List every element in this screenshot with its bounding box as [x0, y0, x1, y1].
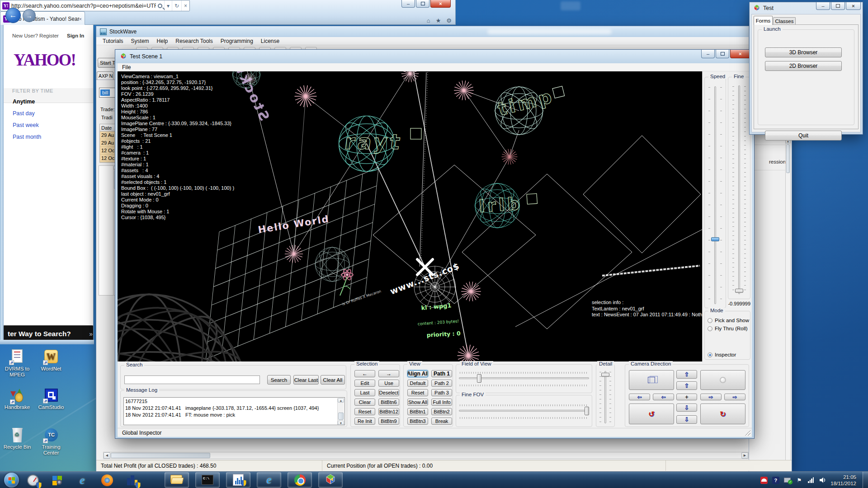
stockwave-titlebar[interactable]: StockWave — [96, 26, 792, 37]
sign-in-link[interactable]: Sign In — [67, 33, 84, 38]
selection-button[interactable]: ← — [354, 370, 375, 377]
register-link[interactable]: New User? Register — [12, 33, 59, 38]
selection-button[interactable]: Deselect — [378, 389, 399, 396]
selection-button[interactable]: Use — [378, 380, 399, 387]
scene-titlebar[interactable]: Test Scene 1 — [115, 50, 754, 63]
taskbar-3d-app[interactable] — [318, 472, 343, 488]
chevron-down-icon[interactable]: ▾ — [164, 0, 172, 11]
yahoo-logo[interactable]: YAHOO! — [14, 50, 75, 70]
radio-icon[interactable] — [708, 318, 712, 323]
global-inspector-bar[interactable]: Global Inspector — [118, 428, 752, 437]
avira-tray-icon[interactable] — [760, 476, 768, 484]
taskbar-cmd[interactable]: C:\ — [195, 472, 220, 488]
taskbar-firefox[interactable] — [100, 474, 114, 487]
desktop-icon-wordnet[interactable]: W↗ WordNet — [34, 349, 68, 372]
selection-button[interactable]: Clear — [354, 399, 375, 406]
desktop-icon-recycle-bin[interactable]: Recycle Bin — [0, 427, 34, 450]
camera-right-button[interactable]: ⇨ — [700, 394, 722, 400]
camera-right-fast-button[interactable]: ⇨ — [724, 394, 745, 400]
favorites-star-icon[interactable]: ★ — [436, 17, 441, 24]
view-button[interactable]: Default — [407, 380, 428, 387]
camera-rotate-ccw-button[interactable]: ↺ — [629, 404, 674, 424]
time-filter-link[interactable]: Past day — [13, 110, 41, 117]
camera-rotate-cw-button[interactable]: ↻ — [700, 404, 745, 424]
camera-left-fast-button[interactable]: ⇦ — [629, 394, 650, 400]
stop-icon[interactable]: × — [181, 0, 189, 11]
search-input[interactable] — [124, 375, 260, 384]
quit-button[interactable]: Quit — [765, 131, 842, 141]
scrollbar-thumb[interactable] — [786, 144, 790, 173]
close-button[interactable]: × — [846, 2, 861, 10]
menu-item[interactable]: System — [131, 38, 149, 44]
view-button[interactable]: BitBtn1 — [407, 408, 428, 415]
tab-classes[interactable]: Classes — [773, 17, 796, 25]
url-text[interactable]: http://search.yahoo.com/search?p=ceo+nep… — [11, 3, 156, 9]
menu-item[interactable]: Tutorials — [103, 38, 123, 44]
maximize-button[interactable] — [831, 2, 845, 10]
selection-button[interactable]: Reset — [354, 408, 375, 415]
selection-button[interactable]: BitBtn12 — [378, 408, 399, 415]
minimize-button[interactable]: – — [401, 0, 415, 8]
menu-item[interactable]: Programming — [221, 38, 253, 44]
maximize-button[interactable] — [416, 0, 429, 8]
scrollbar-thumb[interactable] — [338, 413, 344, 420]
refresh-icon[interactable]: ↻ — [172, 0, 181, 11]
fine-fov-slider-track[interactable] — [459, 410, 589, 412]
camera-center-move-button[interactable]: + — [676, 394, 697, 400]
minimize-button[interactable]: – — [701, 50, 715, 58]
view-button[interactable]: Break — [431, 418, 452, 425]
view-button[interactable]: Path 3 — [431, 389, 452, 396]
tab-forms[interactable]: Forms — [754, 16, 773, 25]
detail-slider-thumb[interactable] — [601, 373, 609, 377]
scrollbar-thumb[interactable] — [111, 453, 210, 458]
desktop-icon-handbrake[interactable]: ↗ Handbrake — [0, 388, 34, 410]
start-trading-button[interactable]: Start T — [98, 58, 117, 68]
speed-slider-track[interactable] — [714, 86, 716, 304]
menu-item[interactable]: Help — [157, 38, 168, 44]
menu-item[interactable]: License — [261, 38, 279, 44]
selection-button[interactable]: Edit — [354, 380, 375, 387]
taskbar-ie[interactable]: e — [75, 474, 89, 487]
viewport-3d[interactable]: rayt timp lrlb StockW Hello World www...… — [118, 71, 702, 361]
camera-up-button[interactable]: ⇧ — [676, 381, 697, 390]
view-button[interactable]: Reset — [407, 389, 428, 396]
time-filter-link[interactable]: Past week — [13, 122, 41, 128]
fine-slider-thumb[interactable] — [735, 289, 743, 293]
clear-last-button[interactable]: Clear Last — [293, 375, 319, 385]
help-tray-icon[interactable]: ? — [772, 476, 779, 484]
camera-left-button[interactable]: ⇦ — [653, 394, 674, 400]
mode-inspector[interactable]: Inspector — [708, 352, 736, 357]
desktop-icon-training-center[interactable]: TC↗ Training Center — [34, 427, 68, 456]
radio-icon[interactable] — [708, 326, 712, 331]
taskbar-stockwave[interactable] — [226, 472, 250, 488]
log-scrollbar[interactable]: ▲ ▼ — [337, 398, 344, 425]
desktop-icon-camstudio[interactable]: ↗ CamStudio — [34, 388, 68, 410]
taskbar-chrome[interactable] — [288, 472, 312, 488]
desktop-icon-dvrms[interactable]: ↗ DVRMS to MPEG — [0, 349, 34, 378]
time-filter-link[interactable]: Past month — [13, 134, 41, 140]
taskbar-ie-window[interactable]: e — [257, 472, 281, 488]
detail-slider-track[interactable] — [604, 371, 606, 423]
close-button[interactable]: × — [430, 0, 451, 8]
view-button[interactable]: BitBtn2 — [431, 408, 452, 415]
network-signal-icon[interactable] — [807, 476, 815, 484]
selection-button[interactable]: BitBtn9 — [378, 418, 399, 425]
home-icon[interactable]: ⌂ — [427, 17, 430, 24]
start-button[interactable] — [4, 473, 19, 488]
fine-fov-slider-thumb[interactable] — [585, 407, 589, 415]
mode-fly-thru[interactable]: Fly Thru (Roll) — [708, 326, 748, 331]
message-log[interactable]: 16777215 18 Nov 2012 21:07:41.41imagepla… — [123, 397, 345, 425]
selection-button[interactable]: BitBtn6 — [378, 399, 399, 406]
menu-item[interactable]: Research Tools — [175, 38, 213, 44]
view-button[interactable]: Path 1 — [431, 370, 452, 377]
view-button[interactable]: Align All — [407, 370, 428, 377]
tray-clock[interactable]: 21:05 18/11/2012 — [830, 474, 856, 487]
stock-tab-axp[interactable]: AXP N — [97, 71, 113, 80]
selection-button[interactable]: → — [378, 370, 399, 377]
speed-slider-thumb[interactable] — [711, 237, 719, 241]
fine-slider-track[interactable] — [738, 85, 740, 294]
search-icon[interactable] — [158, 4, 162, 8]
taskbar-city-app[interactable] — [125, 474, 139, 487]
scroll-left-icon[interactable]: ◀ — [104, 452, 110, 459]
launch-3d-browser-button[interactable]: 3D Browser — [765, 47, 842, 57]
